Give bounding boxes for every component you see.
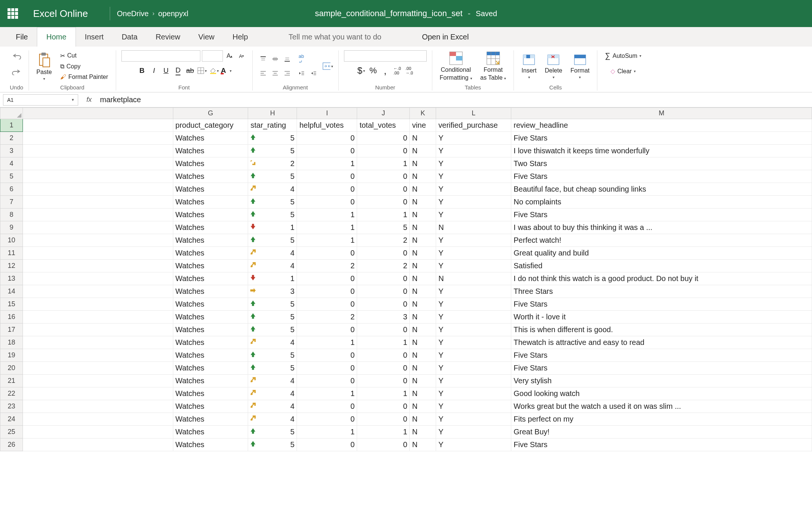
align-top-button[interactable] — [258, 54, 268, 64]
cell[interactable]: 5 — [248, 170, 297, 183]
cell[interactable]: 0 — [357, 375, 410, 387]
cell[interactable]: 0 — [297, 298, 357, 311]
cell[interactable]: N — [410, 196, 436, 209]
cell[interactable]: 0 — [357, 298, 410, 311]
cell[interactable]: N — [410, 260, 436, 272]
row-header[interactable]: 22 — [0, 387, 23, 400]
cell[interactable] — [23, 209, 173, 221]
cell[interactable]: Watches — [173, 260, 248, 272]
cell[interactable]: N — [410, 145, 436, 157]
cell[interactable]: 4 — [248, 336, 297, 349]
cell[interactable] — [23, 183, 173, 196]
cell[interactable]: N — [410, 132, 436, 145]
row-header[interactable]: 6 — [0, 183, 23, 196]
cell[interactable]: 1 — [357, 157, 410, 170]
cell[interactable]: 5 — [248, 234, 297, 247]
cell[interactable] — [23, 272, 173, 285]
cell[interactable]: 0 — [357, 183, 410, 196]
cell[interactable]: Five Stars — [511, 132, 812, 145]
cell[interactable] — [23, 413, 173, 426]
cell[interactable]: 0 — [357, 196, 410, 209]
cell[interactable]: 0 — [297, 362, 357, 375]
cell[interactable]: 0 — [357, 145, 410, 157]
cell[interactable] — [23, 426, 173, 438]
row-header[interactable]: 14 — [0, 285, 23, 298]
cell[interactable]: 5 — [248, 426, 297, 438]
cell[interactable]: Y — [436, 336, 511, 349]
cell[interactable]: 5 — [248, 349, 297, 362]
cell[interactable]: review_headline — [511, 119, 812, 132]
cell[interactable]: Watches — [173, 298, 248, 311]
cell[interactable]: N — [436, 272, 511, 285]
align-center-button[interactable] — [270, 68, 280, 79]
cell[interactable]: N — [436, 221, 511, 234]
cell[interactable]: 5 — [248, 324, 297, 336]
format-cells-button[interactable]: Format▾ — [568, 53, 592, 80]
bold-button[interactable]: B — [137, 65, 147, 76]
row-header[interactable]: 2 — [0, 132, 23, 145]
cell[interactable]: product_category — [173, 119, 248, 132]
cell[interactable]: 1 — [248, 221, 297, 234]
cell[interactable]: Watches — [173, 209, 248, 221]
paste-button[interactable]: Paste ▾ — [34, 51, 54, 82]
cell[interactable] — [23, 196, 173, 209]
cell[interactable]: N — [410, 375, 436, 387]
cell[interactable]: Watches — [173, 400, 248, 413]
increase-decimal-button[interactable]: ←.0.00 — [392, 65, 403, 76]
cell[interactable]: 5 — [248, 132, 297, 145]
cell[interactable]: N — [410, 298, 436, 311]
col-K-header[interactable]: K — [410, 108, 436, 119]
cell[interactable]: N — [410, 413, 436, 426]
row-header[interactable]: 23 — [0, 400, 23, 413]
row-header[interactable]: 12 — [0, 260, 23, 272]
cell[interactable]: 0 — [297, 438, 357, 451]
copy-button[interactable]: ⧉Copy — [58, 62, 111, 71]
cell[interactable]: Very stylish — [511, 375, 812, 387]
cell[interactable]: This is when different is good. — [511, 324, 812, 336]
cell[interactable]: 1 — [297, 336, 357, 349]
cell[interactable]: 2 — [297, 311, 357, 324]
cell[interactable]: Perfect watch! — [511, 234, 812, 247]
accounting-format-button[interactable]: $ — [356, 65, 367, 76]
cell[interactable]: N — [410, 311, 436, 324]
italic-button[interactable]: I — [149, 65, 159, 76]
cell[interactable]: vine — [410, 119, 436, 132]
cell[interactable]: I was about to buy this thinking it was … — [511, 221, 812, 234]
breadcrumb-folder[interactable]: openpyxl — [158, 9, 188, 18]
cell[interactable] — [23, 336, 173, 349]
cell[interactable]: N — [410, 247, 436, 260]
cell[interactable]: N — [410, 221, 436, 234]
cell[interactable]: Y — [436, 375, 511, 387]
cell[interactable]: Y — [436, 209, 511, 221]
row-header[interactable]: 17 — [0, 324, 23, 336]
cell[interactable]: Five Stars — [511, 438, 812, 451]
cell[interactable] — [23, 285, 173, 298]
grow-font-button[interactable]: A▴ — [224, 51, 235, 61]
cell[interactable] — [23, 400, 173, 413]
cell[interactable]: Watches — [173, 132, 248, 145]
fill-color-button[interactable] — [209, 65, 220, 76]
number-format-select[interactable] — [344, 50, 427, 62]
cell[interactable]: Y — [436, 413, 511, 426]
cell[interactable]: 4 — [248, 260, 297, 272]
cell[interactable]: 0 — [357, 413, 410, 426]
cell[interactable]: Watches — [173, 413, 248, 426]
cell[interactable]: Y — [436, 260, 511, 272]
cell[interactable]: Y — [436, 234, 511, 247]
cell[interactable]: star_rating — [248, 119, 297, 132]
cell[interactable]: No complaints — [511, 196, 812, 209]
cell[interactable]: Watches — [173, 157, 248, 170]
autosum-button[interactable]: ∑AutoSum▾ — [603, 50, 644, 61]
cell[interactable]: Y — [436, 387, 511, 400]
cell[interactable]: Y — [436, 132, 511, 145]
cell[interactable] — [23, 260, 173, 272]
cell[interactable]: 0 — [357, 285, 410, 298]
cell[interactable]: N — [410, 324, 436, 336]
row-header[interactable]: 13 — [0, 272, 23, 285]
shrink-font-button[interactable]: A▾ — [236, 51, 247, 61]
tab-data[interactable]: Data — [113, 27, 147, 47]
tab-view[interactable]: View — [189, 27, 223, 47]
row-header[interactable]: 18 — [0, 336, 23, 349]
row-header[interactable]: 19 — [0, 349, 23, 362]
cell[interactable]: Watches — [173, 247, 248, 260]
